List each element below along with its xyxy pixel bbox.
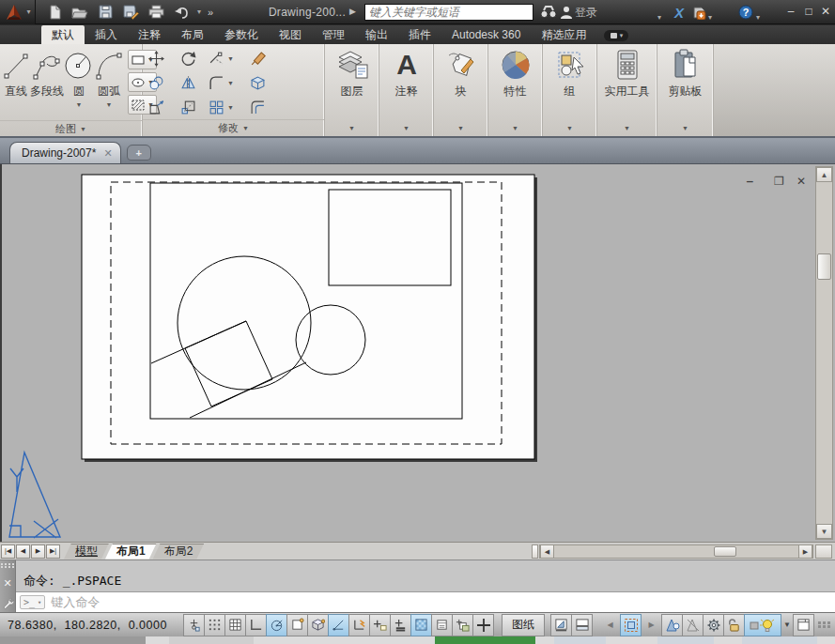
layout2-tab[interactable]: 布局2 [153, 544, 205, 560]
ribbon-tab-featured-apps[interactable]: 精选应用 [531, 25, 596, 44]
ribbon-options-button[interactable]: ▾ [604, 30, 628, 41]
file-tab-drawing2007[interactable]: Drawing-2007* ✕ [9, 142, 121, 163]
ortho-mode-toggle[interactable] [245, 614, 267, 636]
infer-constraints-toggle[interactable] [183, 614, 205, 636]
command-grip-dots[interactable] [1, 563, 15, 568]
hscroll-track[interactable] [554, 545, 798, 558]
circle-dropdown-arrow[interactable]: ▼ [76, 101, 83, 108]
layout1-tab[interactable]: 布局1 [105, 544, 157, 560]
polyline-tool-button[interactable]: 多段线 [30, 46, 64, 120]
panel-groups-footer[interactable]: ▼ [543, 120, 596, 136]
toolbar-lock-button[interactable] [723, 614, 745, 636]
file-tab-close-icon[interactable]: ✕ [103, 147, 112, 160]
command-input[interactable] [51, 595, 835, 609]
maximize-button[interactable]: □ [799, 0, 818, 23]
plot-button[interactable] [147, 3, 165, 22]
new-drawing-tab-button[interactable]: + [127, 145, 151, 161]
command-window-strip[interactable]: ✕ [0, 560, 16, 613]
status-bar-menu-arrow[interactable]: ▼ [781, 614, 794, 636]
array-dropdown-arrow[interactable]: ▼ [227, 104, 234, 111]
horizontal-scrollbar[interactable]: ◀ ▶ [539, 544, 813, 559]
stretch-tool-button[interactable] [148, 100, 180, 115]
annotation-scale-left-arrow[interactable]: ◀ [599, 614, 621, 636]
ribbon-tab-insert[interactable]: 插入 [85, 25, 128, 44]
first-layout-button[interactable]: |◀ [1, 544, 15, 559]
transparency-toggle[interactable] [410, 614, 432, 636]
quick-view-drawings-button[interactable] [571, 614, 593, 636]
vscroll-track[interactable] [816, 182, 832, 524]
ribbon-tab-autodesk360[interactable]: Autodesk 360 [441, 25, 531, 44]
vertical-scrollbar[interactable]: ▲ ▼ [815, 166, 833, 540]
object-snap-toggle[interactable] [286, 614, 308, 636]
viewport-maximize-button[interactable] [620, 614, 642, 636]
erase-tool-button[interactable] [250, 51, 282, 67]
3d-object-snap-toggle[interactable] [307, 614, 329, 636]
grid-display-toggle[interactable] [224, 614, 246, 636]
scroll-left-arrow[interactable]: ◀ [540, 545, 554, 558]
application-menu-button[interactable]: ▾ [0, 0, 36, 24]
ribbon-tab-default[interactable]: 默认 [41, 25, 85, 44]
panel-modify-footer[interactable]: 修改 ▼ [143, 119, 324, 135]
annotation-monitor-toggle[interactable] [472, 614, 494, 636]
fillet-dropdown-arrow[interactable]: ▼ [227, 80, 234, 86]
scrollbar-splitter[interactable] [532, 544, 538, 559]
minimize-button[interactable]: ‒ [781, 0, 800, 23]
arc-tool-button[interactable]: 圆弧 ▼ [94, 46, 124, 120]
command-input-row[interactable]: >_ ▾ [16, 591, 835, 612]
updates-button[interactable] [692, 3, 706, 22]
group-button[interactable]: 组 [543, 44, 596, 120]
undo-dropdown-arrow[interactable]: ▾ [197, 8, 201, 16]
trim-tool-button[interactable]: ▼ [209, 51, 250, 67]
rotate-tool-button[interactable] [180, 51, 209, 67]
prev-layout-button[interactable]: ◀ [16, 544, 30, 559]
close-button[interactable]: ✕ [816, 0, 835, 23]
quick-view-layouts-button[interactable] [550, 614, 572, 636]
search-button[interactable] [540, 3, 557, 22]
panel-block-footer[interactable]: ▼ [434, 120, 487, 136]
panel-draw-footer[interactable]: 绘图 ▼ [0, 120, 142, 136]
dynamic-input-toggle[interactable] [369, 614, 391, 636]
object-snap-tracking-toggle[interactable] [328, 614, 349, 636]
new-file-button[interactable] [45, 3, 64, 22]
hscroll-thumb[interactable] [714, 546, 736, 557]
drawing-restore-icon[interactable]: ❐ [774, 175, 784, 188]
panel-clipboard-footer[interactable]: ▼ [657, 120, 713, 136]
qat-expand-button[interactable]: » [208, 7, 213, 18]
infocenter-dropdown-arrow[interactable]: ▾ [657, 8, 661, 26]
annotation-button[interactable]: A 注释 [379, 44, 433, 120]
command-close-icon[interactable]: ✕ [3, 577, 11, 590]
ribbon-tab-plugins[interactable]: 插件 [398, 25, 441, 44]
selection-cycling-toggle[interactable] [452, 614, 473, 636]
ribbon-tab-annotate[interactable]: 注释 [128, 25, 171, 44]
drawing-canvas[interactable]: ‒ ❐ ✕ ▲ ▼ [0, 164, 835, 542]
explode-tool-button[interactable] [250, 75, 282, 91]
array-tool-button[interactable]: ▼ [209, 100, 250, 115]
save-as-button[interactable] [121, 3, 140, 22]
drawing-close-icon[interactable]: ✕ [796, 175, 806, 188]
model-tab[interactable]: 模型 [64, 544, 109, 560]
dynamic-ucs-toggle[interactable] [348, 614, 370, 636]
sign-in-button[interactable]: 登录 [575, 0, 597, 24]
ribbon-tab-view[interactable]: 视图 [269, 25, 312, 44]
layers-button[interactable]: 图层 [325, 44, 379, 120]
workspace-switching-button[interactable] [703, 614, 724, 636]
vscroll-thumb[interactable] [817, 253, 831, 280]
panel-properties-footer[interactable]: ▼ [488, 120, 542, 136]
help-button[interactable]: ? [738, 3, 753, 22]
ribbon-tab-manage[interactable]: 管理 [312, 25, 355, 44]
search-input[interactable] [365, 5, 533, 20]
copy-tool-button[interactable] [148, 75, 180, 91]
mirror-tool-button[interactable] [180, 75, 209, 91]
undo-button[interactable] [172, 3, 191, 22]
wrench-icon[interactable] [2, 597, 14, 609]
move-tool-button[interactable] [148, 51, 180, 67]
properties-button[interactable]: 特性 [488, 44, 542, 120]
offset-tool-button[interactable] [250, 100, 282, 115]
open-file-button[interactable] [70, 3, 89, 22]
polar-tracking-toggle[interactable] [266, 614, 287, 636]
next-layout-button[interactable]: ▶ [31, 544, 45, 559]
annotation-scale-right-arrow[interactable]: ▶ [641, 614, 662, 636]
panel-utilities-footer[interactable]: ▼ [597, 120, 657, 136]
snap-mode-toggle[interactable] [204, 614, 225, 636]
exchange-apps-button[interactable]: X [674, 3, 684, 22]
